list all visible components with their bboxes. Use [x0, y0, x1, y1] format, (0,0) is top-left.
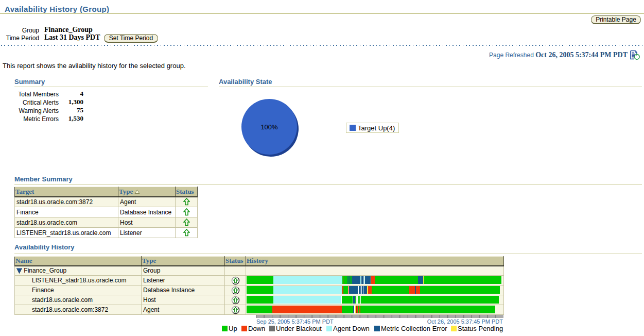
svg-text:100%: 100%: [260, 123, 278, 131]
